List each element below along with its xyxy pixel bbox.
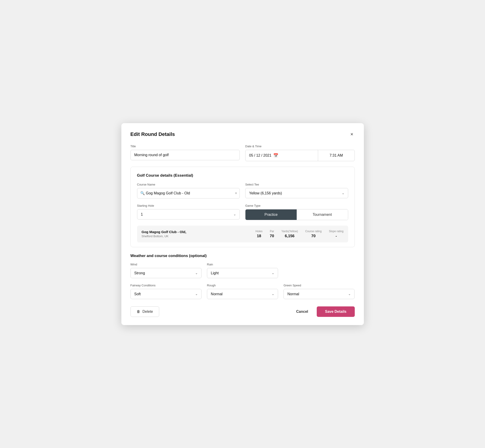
game-type-label: Game Type [245,204,348,207]
save-button[interactable]: Save Details [317,306,355,317]
course-rating-value: 70 [311,234,315,238]
modal-title: Edit Round Details [130,131,175,137]
green-speed-select-wrapper: Normal Slow Fast ⌄ [283,289,355,299]
par-label: Par [270,230,274,233]
calendar-icon: 📅 [273,153,278,158]
edit-round-modal: Edit Round Details × Title Date & Time 0… [121,123,364,325]
rain-label: Rain [207,263,278,266]
trash-icon: 🗑 [137,310,140,314]
golf-course-section: Golf Course details (Essential) Course N… [130,167,355,247]
rough-select-wrapper: Normal Soft Hard ⌄ [207,289,278,299]
search-icon: 🔍 [140,191,145,195]
date-time-label: Date & Time [245,144,355,148]
delete-button[interactable]: 🗑 Delete [130,306,159,317]
rough-group: Rough Normal Soft Hard ⌄ [207,284,278,299]
golf-course-title: Golf Course details (Essential) [137,173,348,178]
close-button[interactable]: × [349,131,355,137]
holes-stat: Holes 18 [256,230,263,238]
game-type-group: Game Type Practice Tournament [245,204,348,220]
fairway-select-wrapper: Soft Normal Hard ⌄ [130,289,202,299]
holes-value: 18 [257,234,261,238]
rough-dropdown[interactable]: Normal Soft Hard [207,289,278,299]
yards-label: Yards(Yellow) [282,230,298,233]
tournament-button[interactable]: Tournament [297,209,348,220]
par-value: 70 [270,234,274,238]
title-input[interactable] [130,150,240,160]
fairway-label: Fairway Conditions [130,284,202,287]
green-speed-dropdown[interactable]: Normal Slow Fast [283,289,355,299]
date-part[interactable]: 05 / 12 / 2021 📅 [245,150,318,161]
green-speed-group: Green Speed Normal Slow Fast ⌄ [283,284,355,299]
title-group: Title [130,144,240,161]
time-part[interactable]: 7:31 AM [318,150,355,161]
course-name-label: Course Name [137,183,240,186]
rain-select-wrapper: Light Heavy None ⌄ [207,268,278,278]
course-rating-stat: Course rating 70 [305,230,322,238]
wind-group: Wind Strong Light None ⌄ [130,263,202,278]
yards-value: 6,156 [285,234,295,238]
date-time-group: Date & Time 05 / 12 / 2021 📅 7:31 AM [245,144,355,161]
slope-rating-stat: Slope rating - [329,230,343,238]
footer-row: 🗑 Delete Cancel Save Details [130,306,355,317]
course-name-input[interactable] [137,188,240,199]
date-value: 05 / 12 / 2021 [249,153,271,158]
rain-dropdown[interactable]: Light Heavy None [207,268,278,278]
time-value: 7:31 AM [330,153,343,158]
rough-label: Rough [207,284,278,287]
fairway-rough-green-row: Fairway Conditions Soft Normal Hard ⌄ Ro… [130,284,355,299]
wind-dropdown[interactable]: Strong Light None [130,268,202,278]
yards-stat: Yards(Yellow) 6,156 [282,230,298,238]
weather-section-title: Weather and course conditions (optional) [130,254,355,258]
wind-select-wrapper: Strong Light None ⌄ [130,268,202,278]
starting-hole-wrapper: 1 10 ⌄ [137,209,240,219]
course-name-input-wrapper: 🔍 × [137,188,240,199]
course-tee-row: Course Name 🔍 × Select Tee Yellow (6,156… [137,183,348,199]
wind-rain-row: Wind Strong Light None ⌄ Rain Light Heav… [130,263,355,278]
course-name-group: Course Name 🔍 × [137,183,240,199]
clear-course-button[interactable]: × [235,192,237,195]
rain-group: Rain Light Heavy None ⌄ [207,263,278,278]
slope-rating-value: - [336,234,337,238]
cancel-button[interactable]: Cancel [294,307,310,317]
footer-right: Cancel Save Details [294,306,355,317]
date-time-display: 05 / 12 / 2021 📅 7:31 AM [245,150,355,161]
title-date-row: Title Date & Time 05 / 12 / 2021 📅 7:31 … [130,144,355,161]
select-tee-dropdown[interactable]: Yellow (6,156 yards) White (6,500 yards)… [245,188,348,198]
holes-label: Holes [256,230,263,233]
course-rating-label: Course rating [305,230,322,233]
delete-label: Delete [143,310,153,314]
starting-hole-label: Starting Hole [137,204,240,207]
hole-game-row: Starting Hole 1 10 ⌄ Game Type Practice … [137,204,348,220]
modal-header: Edit Round Details × [130,131,355,137]
practice-button[interactable]: Practice [245,209,297,220]
course-info-box: Gog Magog Golf Club - Old, Shelford Bott… [137,226,348,242]
course-info-name: Gog Magog Golf Club - Old, Shelford Bott… [142,230,248,238]
select-tee-wrapper: Yellow (6,156 yards) White (6,500 yards)… [245,188,348,198]
par-stat: Par 70 [270,230,274,238]
green-speed-label: Green Speed [283,284,355,287]
starting-hole-group: Starting Hole 1 10 ⌄ [137,204,240,220]
weather-section: Weather and course conditions (optional)… [130,254,355,299]
starting-hole-dropdown[interactable]: 1 10 [137,209,240,219]
game-type-toggle: Practice Tournament [245,209,348,220]
select-tee-label: Select Tee [245,183,348,186]
fairway-group: Fairway Conditions Soft Normal Hard ⌄ [130,284,202,299]
fairway-dropdown[interactable]: Soft Normal Hard [130,289,202,299]
title-label: Title [130,144,240,148]
slope-rating-label: Slope rating [329,230,343,233]
wind-label: Wind [130,263,202,266]
course-name-display: Gog Magog Golf Club - Old, [142,230,248,234]
course-location: Shelford Bottom, UK [142,234,248,238]
select-tee-group: Select Tee Yellow (6,156 yards) White (6… [245,183,348,199]
